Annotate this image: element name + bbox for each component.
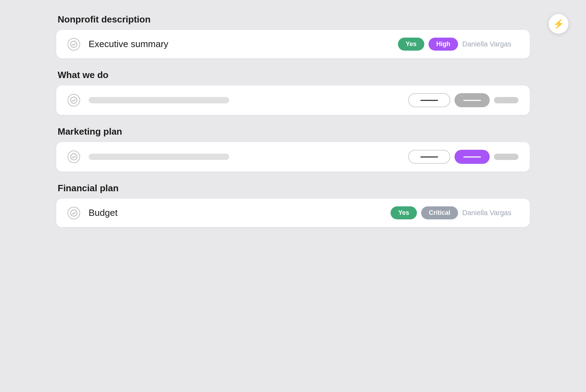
card-financial-plan: BudgetYesCriticalDaniella Vargas: [56, 199, 530, 227]
assignee-executive-summary: Daniella Vargas: [462, 40, 519, 48]
card-marketing-plan: [56, 142, 530, 172]
svg-point-1: [71, 97, 77, 103]
section-financial-plan: Financial plan BudgetYesCriticalDaniella…: [56, 183, 530, 227]
yes-badge-executive-summary: Yes: [398, 38, 424, 51]
skeleton-label-marketing-plan-item: [89, 154, 229, 160]
svg-point-0: [71, 41, 77, 47]
card-row-marketing-plan-item[interactable]: [67, 142, 519, 172]
section-title-marketing-plan: Marketing plan: [56, 126, 530, 137]
section-what-we-do: What we do: [56, 70, 530, 115]
section-marketing-plan: Marketing plan: [56, 126, 530, 172]
yes-badge-budget: Yes: [391, 206, 417, 219]
bolt-icon: ⚡: [553, 19, 564, 30]
section-title-nonprofit-description: Nonprofit description: [56, 14, 530, 25]
priority-badge-executive-summary: High: [429, 38, 458, 51]
svg-point-2: [71, 154, 77, 160]
fab-bolt-button[interactable]: ⚡: [549, 14, 568, 34]
svg-point-3: [71, 210, 77, 216]
section-nonprofit-description: Nonprofit description Executive summaryY…: [56, 14, 530, 58]
skeleton-label-what-we-do-item: [89, 97, 229, 103]
card-row-budget[interactable]: BudgetYesCriticalDaniella Vargas: [67, 199, 519, 227]
item-label-budget: Budget: [89, 207, 382, 218]
section-title-financial-plan: Financial plan: [56, 183, 530, 194]
card-row-what-we-do-item[interactable]: [67, 85, 519, 115]
skeleton-small-what-we-do-item: [494, 97, 519, 103]
content-area: Nonprofit description Executive summaryY…: [56, 14, 530, 227]
card-nonprofit-description: Executive summaryYesHighDaniella Vargas: [56, 30, 530, 58]
badges-what-we-do-item: [408, 93, 519, 107]
badges-marketing-plan-item: [408, 150, 519, 164]
check-icon-marketing-plan-item: [67, 150, 80, 163]
badges-executive-summary: YesHighDaniella Vargas: [398, 38, 519, 51]
section-title-what-we-do: What we do: [56, 70, 530, 81]
assignee-budget: Daniella Vargas: [462, 209, 519, 217]
skeleton-filled-badge-what-we-do-item: [455, 93, 490, 107]
item-label-executive-summary: Executive summary: [89, 39, 389, 50]
check-icon-what-we-do-item: [67, 94, 80, 107]
priority-badge-budget: Critical: [421, 206, 458, 219]
card-what-we-do: [56, 85, 530, 115]
skeleton-outline-badge-what-we-do-item: [408, 93, 450, 107]
check-icon-budget: [67, 207, 80, 219]
badges-budget: YesCriticalDaniella Vargas: [391, 206, 519, 219]
card-row-executive-summary[interactable]: Executive summaryYesHighDaniella Vargas: [67, 30, 519, 58]
skeleton-small-marketing-plan-item: [494, 154, 519, 160]
check-icon-executive-summary: [67, 38, 80, 51]
skeleton-filled-badge-marketing-plan-item: [455, 150, 490, 164]
skeleton-outline-badge-marketing-plan-item: [408, 150, 450, 164]
